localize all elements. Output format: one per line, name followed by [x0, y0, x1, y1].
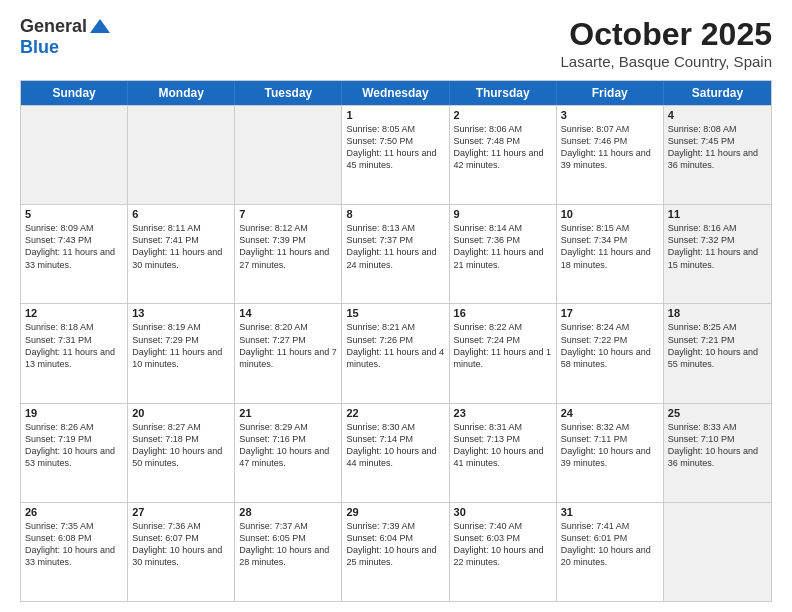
day-number: 20	[132, 407, 230, 419]
logo: General Blue	[20, 16, 110, 58]
day-number: 24	[561, 407, 659, 419]
day-number: 27	[132, 506, 230, 518]
cell-info: Sunrise: 8:25 AMSunset: 7:21 PMDaylight:…	[668, 321, 767, 370]
header-day-tuesday: Tuesday	[235, 81, 342, 105]
day-number: 11	[668, 208, 767, 220]
header-day-friday: Friday	[557, 81, 664, 105]
day-number: 7	[239, 208, 337, 220]
day-number: 18	[668, 307, 767, 319]
calendar-cell-r0c1	[128, 106, 235, 204]
day-number: 31	[561, 506, 659, 518]
calendar-cell-r3c0: 19Sunrise: 8:26 AMSunset: 7:19 PMDayligh…	[21, 404, 128, 502]
calendar-cell-r2c1: 13Sunrise: 8:19 AMSunset: 7:29 PMDayligh…	[128, 304, 235, 402]
calendar-header: SundayMondayTuesdayWednesdayThursdayFrid…	[21, 81, 771, 105]
calendar-cell-r4c2: 28Sunrise: 7:37 AMSunset: 6:05 PMDayligh…	[235, 503, 342, 601]
calendar-cell-r3c1: 20Sunrise: 8:27 AMSunset: 7:18 PMDayligh…	[128, 404, 235, 502]
cell-info: Sunrise: 7:35 AMSunset: 6:08 PMDaylight:…	[25, 520, 123, 569]
cell-info: Sunrise: 8:33 AMSunset: 7:10 PMDaylight:…	[668, 421, 767, 470]
calendar-cell-r0c3: 1Sunrise: 8:05 AMSunset: 7:50 PMDaylight…	[342, 106, 449, 204]
calendar-cell-r4c5: 31Sunrise: 7:41 AMSunset: 6:01 PMDayligh…	[557, 503, 664, 601]
calendar-cell-r1c6: 11Sunrise: 8:16 AMSunset: 7:32 PMDayligh…	[664, 205, 771, 303]
cell-info: Sunrise: 8:06 AMSunset: 7:48 PMDaylight:…	[454, 123, 552, 172]
day-number: 17	[561, 307, 659, 319]
day-number: 9	[454, 208, 552, 220]
cell-info: Sunrise: 7:39 AMSunset: 6:04 PMDaylight:…	[346, 520, 444, 569]
day-number: 15	[346, 307, 444, 319]
cell-info: Sunrise: 8:24 AMSunset: 7:22 PMDaylight:…	[561, 321, 659, 370]
header-day-thursday: Thursday	[450, 81, 557, 105]
cell-info: Sunrise: 8:27 AMSunset: 7:18 PMDaylight:…	[132, 421, 230, 470]
cell-info: Sunrise: 7:36 AMSunset: 6:07 PMDaylight:…	[132, 520, 230, 569]
day-number: 4	[668, 109, 767, 121]
cell-info: Sunrise: 8:19 AMSunset: 7:29 PMDaylight:…	[132, 321, 230, 370]
calendar-row-3: 12Sunrise: 8:18 AMSunset: 7:31 PMDayligh…	[21, 303, 771, 402]
cell-info: Sunrise: 8:12 AMSunset: 7:39 PMDaylight:…	[239, 222, 337, 271]
day-number: 2	[454, 109, 552, 121]
day-number: 29	[346, 506, 444, 518]
day-number: 8	[346, 208, 444, 220]
cell-info: Sunrise: 8:16 AMSunset: 7:32 PMDaylight:…	[668, 222, 767, 271]
calendar-cell-r1c2: 7Sunrise: 8:12 AMSunset: 7:39 PMDaylight…	[235, 205, 342, 303]
day-number: 21	[239, 407, 337, 419]
calendar-cell-r1c0: 5Sunrise: 8:09 AMSunset: 7:43 PMDaylight…	[21, 205, 128, 303]
calendar-cell-r2c3: 15Sunrise: 8:21 AMSunset: 7:26 PMDayligh…	[342, 304, 449, 402]
calendar-cell-r3c2: 21Sunrise: 8:29 AMSunset: 7:16 PMDayligh…	[235, 404, 342, 502]
day-number: 3	[561, 109, 659, 121]
calendar-cell-r2c5: 17Sunrise: 8:24 AMSunset: 7:22 PMDayligh…	[557, 304, 664, 402]
calendar-cell-r0c2	[235, 106, 342, 204]
cell-info: Sunrise: 8:21 AMSunset: 7:26 PMDaylight:…	[346, 321, 444, 370]
calendar-row-1: 1Sunrise: 8:05 AMSunset: 7:50 PMDaylight…	[21, 105, 771, 204]
cell-info: Sunrise: 8:26 AMSunset: 7:19 PMDaylight:…	[25, 421, 123, 470]
calendar-cell-r3c3: 22Sunrise: 8:30 AMSunset: 7:14 PMDayligh…	[342, 404, 449, 502]
day-number: 1	[346, 109, 444, 121]
cell-info: Sunrise: 8:22 AMSunset: 7:24 PMDaylight:…	[454, 321, 552, 370]
logo-blue: Blue	[20, 37, 59, 58]
calendar-cell-r4c0: 26Sunrise: 7:35 AMSunset: 6:08 PMDayligh…	[21, 503, 128, 601]
day-number: 25	[668, 407, 767, 419]
day-number: 30	[454, 506, 552, 518]
logo-general: General	[20, 16, 87, 37]
calendar-cell-r1c1: 6Sunrise: 8:11 AMSunset: 7:41 PMDaylight…	[128, 205, 235, 303]
header-day-saturday: Saturday	[664, 81, 771, 105]
day-number: 26	[25, 506, 123, 518]
cell-info: Sunrise: 8:13 AMSunset: 7:37 PMDaylight:…	[346, 222, 444, 271]
cell-info: Sunrise: 8:20 AMSunset: 7:27 PMDaylight:…	[239, 321, 337, 370]
calendar-cell-r4c3: 29Sunrise: 7:39 AMSunset: 6:04 PMDayligh…	[342, 503, 449, 601]
calendar-cell-r2c6: 18Sunrise: 8:25 AMSunset: 7:21 PMDayligh…	[664, 304, 771, 402]
cell-info: Sunrise: 8:29 AMSunset: 7:16 PMDaylight:…	[239, 421, 337, 470]
calendar-row-4: 19Sunrise: 8:26 AMSunset: 7:19 PMDayligh…	[21, 403, 771, 502]
cell-info: Sunrise: 8:31 AMSunset: 7:13 PMDaylight:…	[454, 421, 552, 470]
logo-triangle-icon	[90, 19, 110, 33]
day-number: 5	[25, 208, 123, 220]
calendar-cell-r2c0: 12Sunrise: 8:18 AMSunset: 7:31 PMDayligh…	[21, 304, 128, 402]
day-number: 6	[132, 208, 230, 220]
cell-info: Sunrise: 8:18 AMSunset: 7:31 PMDaylight:…	[25, 321, 123, 370]
day-number: 23	[454, 407, 552, 419]
cell-info: Sunrise: 8:15 AMSunset: 7:34 PMDaylight:…	[561, 222, 659, 271]
cell-info: Sunrise: 8:14 AMSunset: 7:36 PMDaylight:…	[454, 222, 552, 271]
cell-info: Sunrise: 8:09 AMSunset: 7:43 PMDaylight:…	[25, 222, 123, 271]
day-number: 16	[454, 307, 552, 319]
calendar-cell-r1c5: 10Sunrise: 8:15 AMSunset: 7:34 PMDayligh…	[557, 205, 664, 303]
calendar-cell-r1c4: 9Sunrise: 8:14 AMSunset: 7:36 PMDaylight…	[450, 205, 557, 303]
header: General Blue October 2025 Lasarte, Basqu…	[20, 16, 772, 70]
cell-info: Sunrise: 8:07 AMSunset: 7:46 PMDaylight:…	[561, 123, 659, 172]
day-number: 12	[25, 307, 123, 319]
page: General Blue October 2025 Lasarte, Basqu…	[0, 0, 792, 612]
title-block: October 2025 Lasarte, Basque Country, Sp…	[560, 16, 772, 70]
calendar: SundayMondayTuesdayWednesdayThursdayFrid…	[20, 80, 772, 602]
cell-info: Sunrise: 7:41 AMSunset: 6:01 PMDaylight:…	[561, 520, 659, 569]
calendar-cell-r4c6	[664, 503, 771, 601]
cell-info: Sunrise: 8:05 AMSunset: 7:50 PMDaylight:…	[346, 123, 444, 172]
cell-info: Sunrise: 7:37 AMSunset: 6:05 PMDaylight:…	[239, 520, 337, 569]
location-title: Lasarte, Basque Country, Spain	[560, 53, 772, 70]
day-number: 28	[239, 506, 337, 518]
day-number: 14	[239, 307, 337, 319]
cell-info: Sunrise: 8:08 AMSunset: 7:45 PMDaylight:…	[668, 123, 767, 172]
header-day-monday: Monday	[128, 81, 235, 105]
calendar-cell-r3c4: 23Sunrise: 8:31 AMSunset: 7:13 PMDayligh…	[450, 404, 557, 502]
calendar-cell-r0c5: 3Sunrise: 8:07 AMSunset: 7:46 PMDaylight…	[557, 106, 664, 204]
calendar-body: 1Sunrise: 8:05 AMSunset: 7:50 PMDaylight…	[21, 105, 771, 601]
cell-info: Sunrise: 8:32 AMSunset: 7:11 PMDaylight:…	[561, 421, 659, 470]
calendar-cell-r0c4: 2Sunrise: 8:06 AMSunset: 7:48 PMDaylight…	[450, 106, 557, 204]
